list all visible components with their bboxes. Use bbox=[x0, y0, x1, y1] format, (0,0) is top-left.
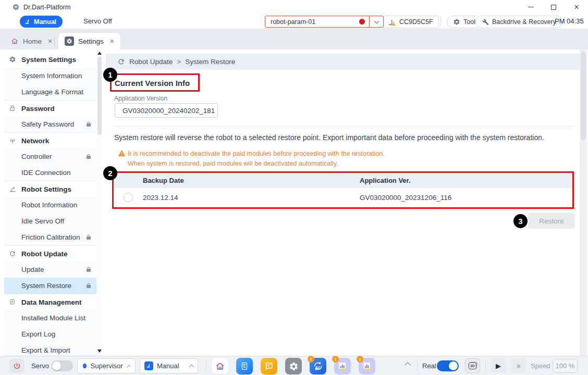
role-status-dot-icon bbox=[83, 364, 87, 368]
power-button[interactable] bbox=[9, 359, 24, 373]
manual-mode-button[interactable]: Manual bbox=[20, 16, 63, 28]
sidebar-item-system-settings[interactable]: System Settings bbox=[4, 52, 97, 68]
sidebar-item-label: Network bbox=[21, 137, 49, 145]
title-bar: Dr.Dart-Platform × bbox=[0, 0, 588, 14]
close-button[interactable]: × bbox=[565, 0, 588, 14]
chevron-down-icon bbox=[370, 21, 383, 23]
sidebar-item-safety-password[interactable]: Safety Password bbox=[4, 116, 97, 132]
sidebar-item-friction-calibration[interactable]: Friction Calibration bbox=[4, 229, 97, 245]
notification-badge: ! bbox=[308, 356, 314, 362]
real-toggle-label: Real bbox=[422, 362, 436, 370]
clock-text: PM 04:35 bbox=[555, 17, 584, 25]
tab-home[interactable]: Home × bbox=[4, 33, 58, 49]
sidebar-item-idle-servo-off[interactable]: Idle Servo Off bbox=[4, 213, 97, 229]
application-version-label: Application Version bbox=[114, 95, 167, 102]
sidebar-item-ide-connection[interactable]: IDE Connection bbox=[4, 165, 97, 181]
scroll-down-icon[interactable] bbox=[97, 349, 102, 353]
maximize-icon bbox=[551, 5, 556, 10]
sidebar-item-robot-information[interactable]: Robot Information bbox=[4, 197, 97, 213]
content-scrollbar[interactable] bbox=[580, 49, 587, 356]
toggle-knob bbox=[449, 361, 458, 370]
app-dock: AI ! ! ! bbox=[212, 358, 375, 374]
sidebar-item-network[interactable]: Network bbox=[4, 132, 97, 148]
sidebar-item-password[interactable]: Password bbox=[4, 100, 97, 116]
sidebar-item-export-import[interactable]: Export & Import bbox=[4, 342, 97, 356]
settings-sidebar: System Settings System Information Langu… bbox=[0, 49, 104, 356]
scroll-up-icon[interactable] bbox=[97, 52, 102, 55]
robot-warning-icon bbox=[387, 18, 396, 27]
warning-text-line2: When system is restored, paid modules wi… bbox=[128, 160, 338, 167]
sidebar-item-robot-update[interactable]: Robot Update bbox=[4, 245, 97, 261]
sidebar-item-label: Export Log bbox=[21, 330, 55, 338]
role-dropdown[interactable]: Supervisor bbox=[77, 358, 136, 373]
dock-monitor-app-1[interactable]: ! bbox=[334, 358, 351, 374]
tab-home-close-icon[interactable]: × bbox=[48, 37, 52, 45]
tab-settings[interactable]: Settings × bbox=[58, 33, 120, 49]
mode-dropdown[interactable]: Manual bbox=[140, 358, 198, 373]
servo-toggle[interactable] bbox=[51, 360, 73, 371]
servo-status-text: Servo Off bbox=[83, 17, 112, 25]
3d-view-button[interactable]: 3D bbox=[465, 358, 480, 373]
breadcrumb-separator: > bbox=[177, 58, 181, 66]
sidebar-item-controller[interactable]: Controller bbox=[4, 148, 97, 165]
sidebar-item-robot-settings[interactable]: Robot Settings bbox=[4, 181, 97, 197]
dock-expand-chevron-icon[interactable] bbox=[405, 362, 410, 368]
scrollbar-thumb[interactable] bbox=[581, 52, 586, 140]
toolbar-divider bbox=[440, 17, 441, 27]
speed-value-box[interactable]: 100 % bbox=[553, 359, 578, 373]
breadcrumb-current: System Restore bbox=[185, 58, 235, 66]
sidebar-item-label: Robot Update bbox=[21, 250, 68, 258]
lock-icon bbox=[85, 153, 92, 159]
restore-point-radio[interactable] bbox=[124, 193, 133, 202]
gear-icon bbox=[453, 18, 460, 26]
dock-ai-module-app[interactable]: AI ! bbox=[310, 358, 326, 374]
stop-button[interactable]: ■ bbox=[511, 358, 526, 373]
restore-description: System restore will reverse the robot to… bbox=[114, 133, 573, 142]
toggle-knob bbox=[52, 361, 61, 370]
dock-settings-app[interactable] bbox=[285, 358, 302, 374]
sidebar-item-label: Update bbox=[21, 266, 44, 273]
table-row[interactable]: 2023.12.14 GV03020000_20231206_116 bbox=[114, 188, 572, 207]
dock-task-editor-app[interactable] bbox=[236, 358, 253, 374]
restore-button[interactable]: Restore bbox=[528, 213, 575, 229]
controller-serial-button[interactable]: CC9D5C5F bbox=[384, 16, 439, 28]
bottombar-divider bbox=[206, 360, 206, 371]
dock-home-app[interactable] bbox=[212, 358, 228, 374]
sidebar-item-installed-module-list[interactable]: Installed Module List bbox=[4, 310, 97, 326]
top-toolbar: Manual Servo Off robot-param-01 CC9D5C5F… bbox=[0, 14, 588, 29]
sidebar-item-system-restore[interactable]: System Restore bbox=[4, 278, 97, 294]
sidebar-item-update[interactable]: Update bbox=[4, 261, 97, 278]
breadcrumb-parent[interactable]: Robot Update bbox=[129, 58, 173, 66]
sidebar-item-language-format[interactable]: Language & Format bbox=[4, 84, 97, 100]
chevron-up-icon bbox=[126, 365, 131, 369]
settings-gear-icon bbox=[65, 36, 74, 46]
minimize-button[interactable] bbox=[519, 0, 542, 14]
backdrive-recovery-button[interactable]: Backdrive & Recovery bbox=[475, 16, 563, 28]
application-ver-header: Application Ver. bbox=[360, 177, 411, 184]
mode-value: Manual bbox=[157, 362, 179, 370]
sidebar-item-data-management[interactable]: Data Management bbox=[4, 294, 97, 310]
sidebar-item-label: System Restore bbox=[21, 282, 71, 290]
speed-label: Speed bbox=[531, 362, 550, 370]
dock-monitor-app-2[interactable]: ! bbox=[359, 358, 375, 374]
sidebar-item-system-information[interactable]: System Information bbox=[4, 68, 97, 84]
sidebar-item-label: Export & Import bbox=[21, 346, 70, 354]
notification-badge: ! bbox=[332, 356, 339, 362]
dock-log-app[interactable] bbox=[261, 358, 277, 374]
sidebar-item-label: System Settings bbox=[21, 56, 76, 64]
sidebar-item-label: System Information bbox=[21, 72, 82, 80]
sidebar-item-export-log[interactable]: Export Log bbox=[4, 326, 97, 342]
minimize-icon bbox=[528, 7, 534, 7]
maximize-button[interactable] bbox=[542, 0, 565, 14]
refresh-icon bbox=[9, 250, 16, 257]
sidebar-item-label: Password bbox=[21, 105, 55, 113]
bottom-status-bar: Servo Supervisor Manual A bbox=[0, 356, 588, 375]
play-button[interactable]: ▶ bbox=[491, 358, 506, 373]
sidebar-scrollbar[interactable] bbox=[96, 49, 103, 356]
application-version-field: GV03020000_20240202_181 bbox=[115, 103, 218, 118]
tab-settings-close-icon[interactable]: × bbox=[110, 37, 114, 45]
scrollbar-thumb[interactable] bbox=[97, 57, 102, 135]
real-mode-toggle[interactable] bbox=[437, 360, 459, 371]
robot-param-dropdown[interactable]: robot-param-01 bbox=[265, 16, 384, 28]
servo-toggle-label: Servo bbox=[31, 362, 49, 370]
